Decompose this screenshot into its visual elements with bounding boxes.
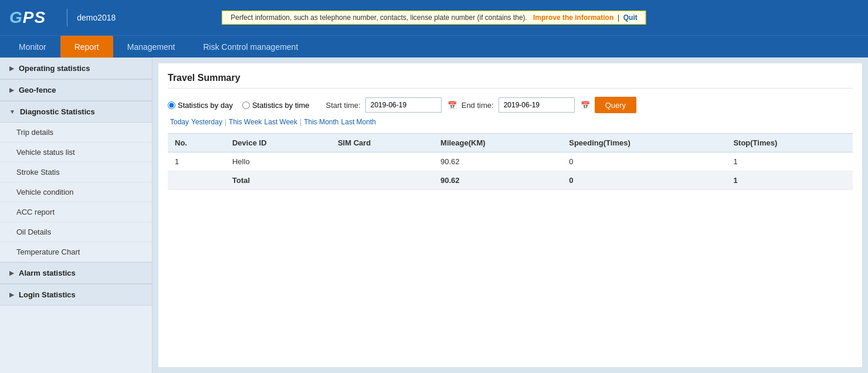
col-stop: Stop(Times) [726,134,853,152]
sidebar-section-operating[interactable]: ▶ Operating statistics [0,57,152,79]
arrow-icon: ▶ [9,65,14,72]
main-layout: ▶ Operating statistics ▶ Geo-fence ▼ Dia… [0,57,868,373]
total-sim [331,171,433,190]
start-date-input[interactable] [365,97,442,113]
page-title: Travel Summary [168,73,853,89]
sep2: | [300,118,301,126]
sidebar-section-alarm[interactable]: ▶ Alarm statistics [0,262,152,284]
sidebar-section-geofence[interactable]: ▶ Geo-fence [0,79,152,101]
total-empty [168,171,225,190]
sidebar-item-trip-details[interactable]: Trip details [0,123,152,143]
query-button[interactable]: Query [595,97,636,113]
header: GPS demo2018 Perfect information, such a… [0,0,868,35]
quick-yesterday[interactable]: Yesterday [191,118,222,126]
data-table: No. Device ID SIM Card Mileage(KM) Speed… [168,133,853,190]
quick-last-week[interactable]: Last Week [265,118,297,126]
total-speeding: 0 [562,171,726,190]
total-mileage: 90.62 [433,171,562,190]
end-calendar-icon[interactable]: 📅 [581,101,590,110]
cell-stop: 1 [726,152,853,171]
table-header-row: No. Device ID SIM Card Mileage(KM) Speed… [168,134,853,152]
arrow-icon: ▶ [9,87,14,93]
quick-last-month[interactable]: Last Month [341,118,376,126]
arrow-icon: ▼ [9,108,15,115]
sidebar-item-temperature-chart[interactable]: Temperature Chart [0,242,152,262]
sidebar-item-vehicle-condition[interactable]: Vehicle condition [0,182,152,202]
notice-text: Perfect information, such as telephone n… [230,13,527,22]
nav-management[interactable]: Management [113,36,189,58]
sidebar-section-diagnostic-label: Diagnostic Statistics [20,107,95,116]
radio-by-time-label[interactable]: Statistics by time [242,101,310,110]
sidebar: ▶ Operating statistics ▶ Geo-fence ▼ Dia… [0,57,152,373]
start-calendar-icon[interactable]: 📅 [447,101,457,110]
sidebar-section-login-label: Login Statistics [19,290,76,299]
cell-no: 1 [168,152,225,171]
content: Travel Summary Statistics by day Statist… [152,57,868,373]
sidebar-section-operating-label: Operating statistics [19,64,90,73]
end-date-input[interactable] [499,97,575,113]
col-mileage: Mileage(KM) [433,134,562,152]
header-notice: Perfect information, such as telephone n… [222,11,646,25]
total-label: Total [225,171,331,190]
sep1: | [225,118,226,126]
filter-row: Statistics by day Statistics by time Sta… [168,97,853,113]
quit-link[interactable]: Quit [623,13,638,22]
table-total-row: Total 90.62 0 1 [168,171,853,190]
cell-speeding: 0 [562,152,726,171]
sidebar-item-oil-details[interactable]: Oil Details [0,222,152,242]
content-inner: Travel Summary Statistics by day Statist… [158,63,862,367]
nav-report[interactable]: Report [60,36,113,58]
improve-info-link[interactable]: Improve the information [533,13,613,22]
nav-risk-control[interactable]: Risk Control management [189,36,312,58]
logo: GPS [9,8,46,27]
radio-by-day-text: Statistics by day [178,101,233,110]
nav-monitor[interactable]: Monitor [5,36,60,58]
col-sim-card: SIM Card [331,134,433,152]
cell-device-id: Hello [225,152,331,171]
col-speeding: Speeding(Times) [562,134,726,152]
sidebar-item-vehicle-status[interactable]: Vehicle status list [0,143,152,162]
total-stop: 1 [726,171,853,190]
quick-this-month[interactable]: This Month [304,118,338,126]
radio-by-day-label[interactable]: Statistics by day [168,101,233,110]
table-row: 1 Hello 90.62 0 1 [168,152,853,171]
sidebar-item-stroke-statis[interactable]: Stroke Statis [0,162,152,182]
quick-dates: Today Yesterday | This Week Last Week | … [168,118,853,126]
sidebar-section-alarm-label: Alarm statistics [19,269,76,277]
cell-sim-card [331,152,433,171]
header-divider [67,9,67,26]
quick-today[interactable]: Today [170,118,189,126]
quick-this-week[interactable]: This Week [229,118,262,126]
end-time-label: End time: [462,101,494,110]
sidebar-item-acc-report[interactable]: ACC report [0,202,152,222]
cell-mileage: 90.62 [433,152,562,171]
navbar: Monitor Report Management Risk Control m… [0,35,868,57]
col-device-id: Device ID [225,134,331,152]
start-time-label: Start time: [326,101,360,110]
arrow-icon: ▶ [9,291,14,298]
header-username: demo2018 [77,13,116,22]
arrow-icon: ▶ [9,270,14,276]
radio-by-time[interactable] [242,101,250,109]
radio-by-day[interactable] [168,101,175,109]
radio-group: Statistics by day Statistics by time [168,101,309,110]
sidebar-section-login[interactable]: ▶ Login Statistics [0,284,152,306]
sidebar-section-geofence-label: Geo-fence [19,86,56,94]
sidebar-section-diagnostic[interactable]: ▼ Diagnostic Statistics [0,101,152,123]
col-no: No. [168,134,225,152]
radio-by-time-text: Statistics by time [252,101,310,110]
